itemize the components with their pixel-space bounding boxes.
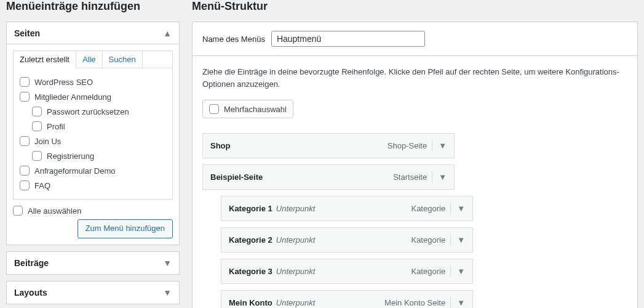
- pages-postbox: Seiten ▲ Zuletzt erstellt Alle Suchen Wo…: [6, 22, 180, 245]
- layouts-postbox-header[interactable]: Layouts ▼: [7, 282, 179, 304]
- menu-name-input[interactable]: [271, 31, 425, 47]
- menu-item-type: Shop-Seite: [388, 141, 427, 150]
- menu-item[interactable]: Mein KontoUnterpunktMein Konto Seite▼: [221, 290, 473, 308]
- menu-item-title: Kategorie 2: [229, 235, 272, 245]
- pages-postbox-header[interactable]: Seiten ▲: [7, 22, 179, 44]
- posts-postbox-header[interactable]: Beiträge ▼: [7, 252, 179, 274]
- page-item-label: Join Us: [34, 137, 61, 146]
- menu-name-label: Name des Menüs: [202, 34, 265, 44]
- tab-search[interactable]: Suchen: [103, 51, 143, 68]
- menu-item[interactable]: ShopShop-Seite▼: [202, 133, 455, 158]
- menu-item[interactable]: Kategorie 2UnterpunktKategorie▼: [221, 227, 473, 253]
- page-item: Passwort zurücksetzen: [20, 104, 166, 119]
- page-item-checkbox[interactable]: [32, 121, 42, 131]
- menu-item-subtitle: Unterpunkt: [276, 204, 316, 213]
- page-item-label: WordPress SEO: [34, 78, 93, 87]
- page-item-checkbox[interactable]: [20, 136, 30, 146]
- caret-up-icon: ▲: [163, 28, 172, 38]
- page-item: Registrierung: [20, 148, 166, 163]
- caret-down-icon[interactable]: ▼: [432, 171, 447, 183]
- bulk-select-checkbox[interactable]: [209, 104, 219, 114]
- caret-down-icon: ▼: [163, 288, 172, 298]
- page-item: Anfrageformular Demo: [20, 163, 166, 178]
- menu-item-title: Shop: [210, 141, 231, 150]
- caret-down-icon[interactable]: ▼: [450, 265, 465, 277]
- page-item-checkbox[interactable]: [20, 92, 30, 102]
- page-item-label: Mitglieder Anmeldung: [34, 92, 111, 102]
- page-item: Join Us: [20, 134, 166, 148]
- page-item: FAQ: [20, 178, 166, 193]
- menu-item-subtitle: Unterpunkt: [276, 235, 316, 245]
- page-item-label: Registrierung: [47, 152, 94, 161]
- menu-items-list: ShopShop-Seite▼Beispiel-SeiteStartseite▼…: [202, 133, 627, 308]
- posts-postbox-title: Beiträge: [14, 258, 49, 268]
- tab-all[interactable]: Alle: [76, 51, 103, 68]
- pages-tabs: Zuletzt erstellt Alle Suchen: [13, 51, 173, 68]
- page-item: WordPress SEO: [20, 75, 166, 89]
- menu-structure-heading: Menü-Struktur: [192, 0, 638, 15]
- posts-postbox: Beiträge ▼: [6, 251, 180, 275]
- menu-item[interactable]: Kategorie 3UnterpunktKategorie▼: [221, 259, 473, 284]
- tab-recent[interactable]: Zuletzt erstellt: [14, 51, 76, 68]
- menu-item-type: Kategorie: [411, 267, 445, 276]
- pages-postbox-title: Seiten: [14, 28, 40, 38]
- menu-item-title: Beispiel-Seite: [210, 172, 263, 182]
- select-all-label: Alle auswählen: [28, 206, 81, 216]
- add-items-heading: Menüeinträge hinzufügen: [6, 0, 180, 15]
- page-item-checkbox[interactable]: [20, 166, 30, 176]
- menu-item-type: Startseite: [393, 172, 427, 182]
- page-item-label: FAQ: [34, 181, 50, 190]
- menu-header: Name des Menüs: [192, 22, 638, 55]
- add-to-menu-button[interactable]: Zum Menü hinzufügen: [78, 219, 173, 238]
- page-item-checkbox[interactable]: [20, 180, 30, 190]
- menu-item-type: Mein Konto Seite: [384, 298, 445, 307]
- caret-down-icon[interactable]: ▼: [450, 234, 465, 246]
- menu-item-type: Kategorie: [411, 235, 445, 245]
- page-item-label: Profil: [47, 122, 65, 131]
- caret-down-icon[interactable]: ▼: [450, 297, 465, 308]
- page-item-checkbox[interactable]: [32, 107, 42, 116]
- menu-item-subtitle: Unterpunkt: [276, 298, 316, 307]
- bulk-select-row: Mehrfachauswahl: [202, 100, 293, 118]
- menu-item-subtitle: Unterpunkt: [276, 267, 316, 276]
- page-item-label: Anfrageformular Demo: [34, 166, 116, 176]
- menu-item-title: Kategorie 3: [229, 267, 272, 276]
- page-item: Profil: [20, 119, 166, 134]
- select-all-checkbox[interactable]: [13, 206, 23, 216]
- caret-down-icon: ▼: [163, 258, 172, 268]
- caret-down-icon[interactable]: ▼: [432, 140, 447, 152]
- menu-item-title: Mein Konto: [229, 298, 272, 307]
- menu-instructions: Ziehe die Einträge in deine bevorzugte R…: [202, 66, 627, 90]
- page-item: Mitglieder Anmeldung: [20, 89, 166, 104]
- menu-body: Ziehe die Einträge in deine bevorzugte R…: [192, 55, 638, 308]
- menu-item-type: Kategorie: [411, 204, 445, 213]
- pages-list: WordPress SEOMitglieder AnmeldungPasswor…: [20, 75, 166, 193]
- page-item-label: Passwort zurücksetzen: [47, 107, 129, 116]
- layouts-postbox: Layouts ▼: [6, 281, 180, 304]
- caret-down-icon[interactable]: ▼: [450, 203, 465, 214]
- layouts-postbox-title: Layouts: [14, 288, 47, 298]
- page-item-checkbox[interactable]: [20, 77, 30, 87]
- bulk-select-label: Mehrfachauswahl: [224, 105, 287, 114]
- menu-item[interactable]: Beispiel-SeiteStartseite▼: [202, 164, 455, 190]
- menu-item[interactable]: Kategorie 1UnterpunktKategorie▼: [221, 196, 473, 221]
- page-item-checkbox[interactable]: [32, 151, 42, 161]
- menu-item-title: Kategorie 1: [229, 204, 272, 213]
